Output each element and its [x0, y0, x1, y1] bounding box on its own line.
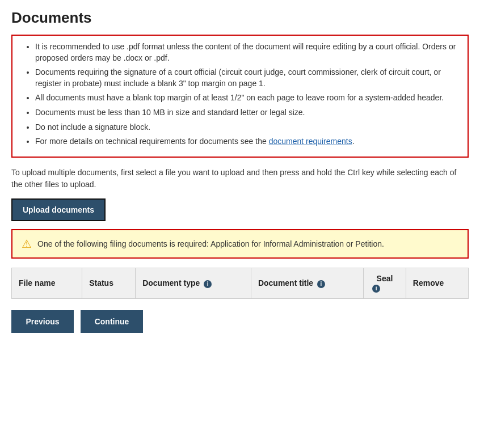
col-document-title: Document title i [251, 268, 363, 298]
bottom-buttons: Previous Continue [11, 310, 469, 333]
upload-instruction: To upload multiple documents, first sele… [11, 167, 469, 191]
page-title: Documents [11, 9, 469, 27]
warning-box: ⚠ One of the following filing documents … [11, 229, 469, 259]
col-seal: Seal i [364, 268, 406, 298]
continue-button[interactable]: Continue [81, 310, 143, 333]
document-type-info-icon[interactable]: i [204, 280, 212, 288]
requirement-item-3: All documents must have a blank top marg… [35, 92, 458, 104]
document-title-info-icon[interactable]: i [317, 280, 325, 288]
requirement-item-4: Documents must be less than 10 MB in siz… [35, 107, 458, 119]
col-filename: File name [12, 268, 82, 298]
requirement-item-2: Documents requiring the signature of a c… [35, 67, 458, 89]
table-header-row: File name Status Document type i Documen… [12, 268, 469, 298]
warning-icon: ⚠ [22, 237, 32, 251]
seal-info-icon[interactable]: i [372, 285, 380, 293]
requirements-list: It is recommended to use .pdf format unl… [33, 41, 458, 147]
requirement-item-5: Do not include a signature block. [35, 122, 458, 133]
upload-documents-button[interactable]: Upload documents [11, 198, 106, 221]
col-status: Status [82, 268, 136, 298]
documents-table: File name Status Document type i Documen… [11, 268, 469, 299]
page-container: Documents It is recommended to use .pdf … [0, 0, 480, 342]
previous-button[interactable]: Previous [11, 310, 74, 333]
col-remove: Remove [406, 268, 468, 298]
document-requirements-link[interactable]: document requirements [269, 137, 352, 146]
warning-text: One of the following filing documents is… [37, 239, 384, 248]
requirements-box: It is recommended to use .pdf format unl… [11, 35, 469, 158]
requirement-item-1: It is recommended to use .pdf format unl… [35, 41, 458, 64]
col-document-type: Document type i [136, 268, 251, 298]
requirement-item-6: For more details on technical requiremen… [35, 136, 458, 147]
